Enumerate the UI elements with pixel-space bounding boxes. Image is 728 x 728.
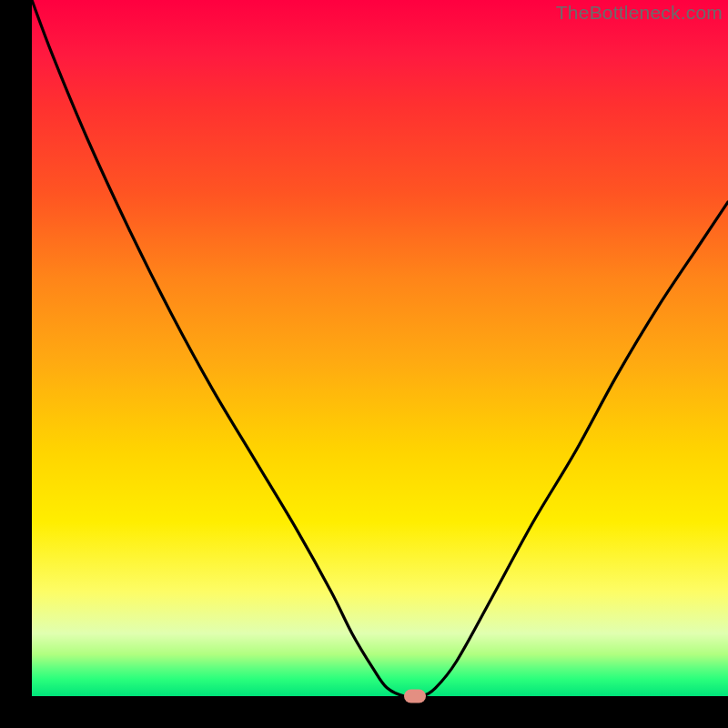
curve-line bbox=[32, 0, 728, 696]
chart-frame: TheBottleneck.com bbox=[0, 0, 728, 728]
bottleneck-curve bbox=[32, 0, 728, 696]
optimal-marker bbox=[404, 690, 426, 703]
watermark-label: TheBottleneck.com bbox=[556, 2, 723, 24]
plot-area bbox=[32, 0, 728, 696]
